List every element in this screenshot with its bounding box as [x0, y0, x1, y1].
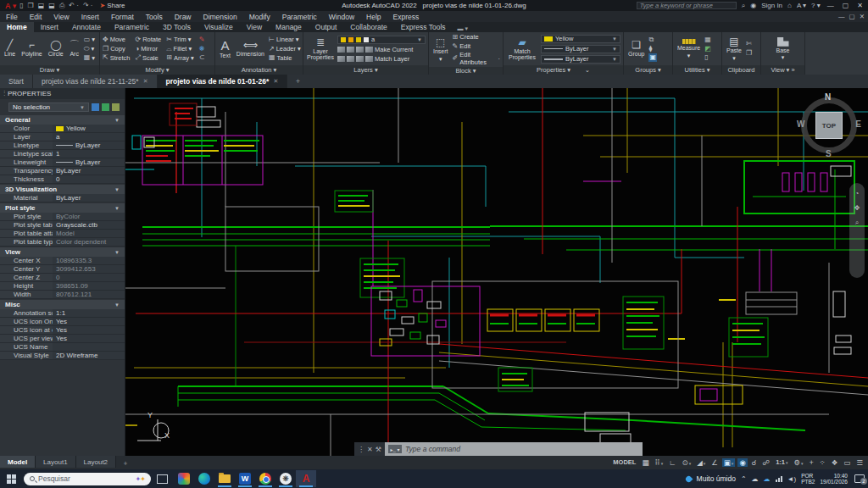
linetype-dropdown[interactable]: ByLayer▼: [541, 45, 620, 53]
property-row[interactable]: Layera: [0, 133, 125, 141]
status-icon-x[interactable]: ☌: [750, 458, 759, 468]
search-icon[interactable]: ⌕: [742, 2, 745, 10]
palette-section-header[interactable]: General▼: [0, 115, 125, 125]
paste-button[interactable]: ▤Paste ▾: [725, 36, 743, 61]
autodesk-a-icon[interactable]: A ▾: [797, 2, 806, 9]
layer-properties-button[interactable]: ≣Layer Properties: [306, 33, 335, 64]
share-button[interactable]: ➤Share: [99, 2, 125, 9]
property-value[interactable]: 1:1: [53, 309, 125, 317]
app-autocad[interactable]: A: [296, 470, 316, 487]
dimension-button[interactable]: ⟺Dimension: [235, 40, 266, 57]
task-view-icon[interactable]: [157, 474, 168, 484]
panel-label-view[interactable]: View ▾ »: [761, 65, 804, 75]
properties-palette-header[interactable]: ⫶PROPERTIES: [0, 88, 125, 99]
property-value[interactable]: Color dependent: [53, 238, 125, 246]
status-icon-x[interactable]: ∠: [709, 458, 720, 468]
property-row[interactable]: LineweightByLayer: [0, 158, 125, 167]
leader-button[interactable]: ↗Leader ▾: [269, 45, 301, 53]
point-button[interactable]: ▯: [704, 53, 711, 62]
menu-draw[interactable]: Draw: [169, 13, 198, 21]
property-value[interactable]: a: [53, 133, 125, 141]
property-row[interactable]: UCS icon OnYes: [0, 318, 125, 326]
panel-label-draw[interactable]: Draw ▾: [0, 65, 99, 75]
match-properties-button[interactable]: ▰Match Properties: [506, 33, 538, 64]
property-row[interactable]: Thickness0: [0, 175, 125, 184]
ribbon-tab-visualize[interactable]: Visualize: [198, 22, 240, 32]
layout-tab-layout1[interactable]: Layout1: [36, 456, 75, 468]
layout-tab-layout2[interactable]: Layout2: [76, 456, 116, 468]
quick-select-button[interactable]: ◩: [704, 45, 711, 53]
zoom-extents-icon[interactable]: ⌕: [855, 219, 859, 227]
minimize-button[interactable]: —: [826, 2, 836, 9]
property-value[interactable]: 10896335.3: [53, 257, 125, 264]
polyline-button[interactable]: ⌐Polyline: [19, 40, 44, 57]
cloud-sync-icon[interactable]: ☁: [764, 475, 771, 483]
menu-window[interactable]: Window: [323, 13, 360, 21]
panel-label-clipboard[interactable]: Clipboard: [722, 65, 760, 75]
file-tab[interactable]: projeto vias de nilde 21-11-25*✕: [33, 75, 158, 88]
status-icon-x[interactable]: ▦: [640, 458, 650, 468]
close-button[interactable]: ✕: [855, 2, 865, 9]
status-icon-x[interactable]: ☍: [761, 458, 772, 468]
cut-button[interactable]: ✄: [746, 40, 752, 48]
viewcube-top-face[interactable]: TOP: [815, 112, 843, 139]
autocad-logo-icon[interactable]: A ▾: [5, 2, 16, 10]
panel-label-utilities[interactable]: Utilities ▾: [673, 65, 721, 75]
explode-button[interactable]: ❋: [199, 45, 205, 53]
language-indicator[interactable]: PORPTB2: [801, 473, 815, 485]
panel-label-block[interactable]: Block ▾: [429, 67, 503, 75]
property-row[interactable]: Width807612.121: [0, 291, 125, 299]
hatch-button[interactable]: ▦▾: [84, 53, 95, 62]
group-button[interactable]: ❏Group: [626, 40, 646, 57]
app-word[interactable]: W: [235, 470, 255, 487]
group-select-button[interactable]: ▣: [648, 53, 657, 62]
move-button[interactable]: ✥Move: [103, 36, 130, 44]
ribbon-tab-insert[interactable]: Insert: [34, 22, 65, 32]
new-icon[interactable]: ▯: [19, 2, 23, 9]
network-icon[interactable]: [776, 476, 782, 482]
ribbon-tab-home[interactable]: Home: [0, 22, 34, 32]
erase-button[interactable]: ✎: [199, 36, 205, 44]
property-value[interactable]: ByLayer: [53, 141, 125, 149]
property-value[interactable]: ByLayer: [53, 167, 125, 175]
doc-close-button[interactable]: ✕: [860, 13, 865, 20]
notification-center-icon[interactable]: 2: [854, 474, 865, 483]
property-row[interactable]: Annotation scale1:1: [0, 309, 125, 318]
property-row[interactable]: Visual Style2D Wireframe: [0, 352, 125, 360]
fillet-button[interactable]: ⌓Fillet ▾: [166, 45, 193, 53]
select-objects-icon[interactable]: [102, 103, 109, 111]
file-tab[interactable]: Start: [0, 75, 33, 88]
ribbon-tab-manage[interactable]: Manage: [269, 22, 309, 32]
property-value[interactable]: 807612.121: [53, 291, 125, 298]
pan-icon[interactable]: ✥: [854, 204, 860, 212]
redo-icon[interactable]: ↷ ·: [83, 2, 93, 9]
property-value[interactable]: Grayscale.ctb: [53, 221, 125, 229]
match-layer-button[interactable]: Match Layer: [337, 55, 426, 63]
text-button[interactable]: AText: [218, 39, 232, 58]
property-value[interactable]: 0: [53, 175, 125, 183]
offset-button[interactable]: ⊂: [199, 53, 205, 62]
property-row[interactable]: Plot styleByColor: [0, 213, 125, 221]
mirror-button[interactable]: ◑Mirror: [135, 45, 161, 53]
ribbon-tab-output[interactable]: Output: [309, 22, 344, 32]
new-layout-button[interactable]: ＋: [116, 458, 135, 468]
status-icon-x[interactable]: ❖: [830, 458, 840, 468]
doc-restore-button[interactable]: ▢: [849, 13, 855, 20]
line-button[interactable]: ╱Line: [3, 40, 17, 57]
save-icon[interactable]: ⬓: [38, 2, 45, 9]
file-tab[interactable]: projeto vias de nilde 01-01-26*✕: [158, 75, 288, 88]
insert-block-button[interactable]: ⬚Insert ▾: [431, 37, 450, 62]
viewcube-south[interactable]: S: [826, 149, 832, 158]
circle-button[interactable]: ◯Circle: [47, 40, 65, 57]
drawing-canvas[interactable]: YX TOP N S W E ◔ ✥ ⌕ ⋮ ✕ ⚒ ▸_ ▾ Type a c…: [125, 88, 868, 456]
status-icon-model[interactable]: MODEL: [611, 458, 637, 467]
property-row[interactable]: Plot style tableGrayscale.ctb: [0, 221, 125, 230]
customize-command-icon[interactable]: ⚒: [376, 446, 381, 453]
property-row[interactable]: Linetype scale1: [0, 150, 125, 158]
toggle-pickadd-icon[interactable]: [92, 103, 99, 111]
app-photos[interactable]: [174, 470, 194, 487]
property-value[interactable]: Yes: [53, 335, 125, 342]
panel-label-properties[interactable]: Properties ▾ ⌄: [504, 65, 623, 75]
signin-user-icon[interactable]: ◉: [750, 2, 756, 9]
close-command-icon[interactable]: ✕: [367, 446, 373, 453]
